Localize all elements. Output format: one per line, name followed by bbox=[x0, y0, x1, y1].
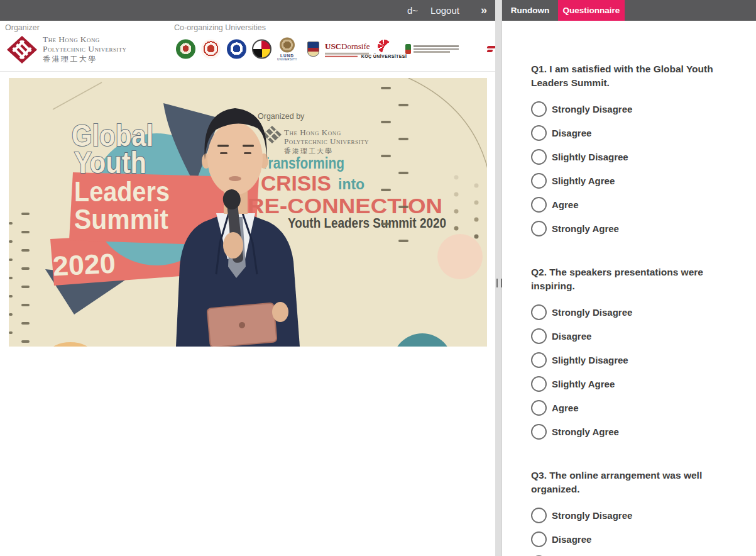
headline-summit: Summit bbox=[74, 204, 168, 235]
collapse-panel-icon[interactable]: » bbox=[481, 4, 487, 17]
maryland-round-seal-logo bbox=[252, 40, 271, 59]
red-round-seal-logo bbox=[201, 40, 221, 59]
radio-label: Strongly Agree bbox=[552, 223, 619, 234]
lund-wordmark: LUND bbox=[275, 53, 300, 58]
radio-option[interactable]: Disagree bbox=[531, 125, 728, 141]
radio-option[interactable]: Strongly Disagree bbox=[531, 508, 728, 523]
tablet-icon bbox=[207, 303, 277, 347]
polyu-name-line2: Polytechnic University bbox=[43, 44, 127, 53]
radio-label: Disagree bbox=[552, 331, 591, 342]
radio-circle[interactable] bbox=[531, 101, 547, 117]
koc-universitesi-logo: KOÇ ÜNİVERSİTESİ bbox=[357, 40, 411, 58]
koc-shell-icon bbox=[378, 40, 391, 53]
radio-circle[interactable] bbox=[531, 376, 547, 392]
question-title: Q2. The speakers presentations were insp… bbox=[531, 265, 720, 293]
video-org-line1: The Hong Kong bbox=[284, 128, 341, 137]
radio-option[interactable]: Slightly Agree bbox=[531, 173, 728, 189]
radio-label: Slightly Disagree bbox=[552, 152, 628, 162]
logo-strip: Organizer Co-organizing Universities The… bbox=[0, 21, 495, 72]
radio-label: Agree bbox=[552, 199, 579, 210]
question-block: Q2. The speakers presentations were insp… bbox=[531, 265, 728, 440]
headline-youth: Youth bbox=[74, 146, 146, 179]
radio-label: Slightly Agree bbox=[552, 175, 615, 186]
radio-label: Slightly Disagree bbox=[552, 355, 628, 365]
arabic-wordmark-logo bbox=[487, 45, 496, 53]
coorganizer-logo-row: LUND UNIVERSITY USCDornsife KOÇ ÜNİVERSİ… bbox=[174, 33, 495, 65]
video-player[interactable]: Global Youth Leaders Summit 2020 Organiz… bbox=[9, 78, 487, 347]
radio-label: Strongly Disagree bbox=[552, 307, 632, 318]
radio-option[interactable]: Strongly Agree bbox=[531, 221, 728, 236]
polyu-name-line1: The Hong Kong bbox=[43, 35, 127, 44]
tagline-crisis: CRISIS bbox=[261, 171, 331, 195]
radio-option[interactable]: Slightly Disagree bbox=[531, 352, 728, 368]
school-logo-textlines bbox=[414, 44, 459, 54]
radio-option[interactable]: Agree bbox=[531, 400, 728, 416]
question-title: Q1. I am satisfied with the Global Youth… bbox=[531, 62, 720, 90]
pane-splitter[interactable] bbox=[495, 0, 502, 556]
radio-circle[interactable] bbox=[531, 424, 547, 440]
radio-label: Slightly Agree bbox=[552, 379, 615, 389]
top-bar: d~ Logout » bbox=[0, 0, 495, 21]
polyu-logo-block: The Hong Kong Polytechnic University 香港理… bbox=[6, 35, 127, 65]
questionnaire-panel: Rundown Questionnaire Q1. I am satisfied… bbox=[502, 0, 756, 556]
question-list: Q1. I am satisfied with the Global Youth… bbox=[502, 62, 756, 556]
tagline-transforming: Transforming bbox=[261, 153, 344, 172]
radio-circle[interactable] bbox=[531, 531, 547, 547]
radio-option[interactable]: Disagree bbox=[531, 531, 728, 547]
radio-circle[interactable] bbox=[531, 125, 547, 141]
organizer-label: Organizer bbox=[5, 23, 40, 32]
tagline-footer: Youth Leaders Summit 2020 bbox=[288, 215, 446, 231]
tab-questionnaire[interactable]: Questionnaire bbox=[558, 0, 625, 21]
blue-round-seal-logo bbox=[227, 40, 246, 59]
radio-circle[interactable] bbox=[531, 173, 547, 189]
radio-circle[interactable] bbox=[531, 149, 547, 165]
radio-option[interactable]: Strongly Disagree bbox=[531, 101, 728, 117]
radio-option[interactable]: Disagree bbox=[531, 328, 728, 344]
polyu-name-cn: 香港理工大學 bbox=[43, 54, 127, 65]
tagline-into: into bbox=[338, 176, 364, 192]
lund-university-logo: LUND UNIVERSITY bbox=[275, 38, 300, 61]
radio-option[interactable]: Strongly Disagree bbox=[531, 304, 728, 320]
organized-by-label: Organized by bbox=[258, 112, 305, 121]
tab-bar: Rundown Questionnaire bbox=[502, 0, 756, 21]
school-of-social-work-logo bbox=[405, 44, 459, 54]
radio-circle[interactable] bbox=[531, 197, 547, 213]
school-logo-icon bbox=[405, 44, 411, 54]
radio-label: Strongly Disagree bbox=[552, 104, 632, 114]
tagline-reconnection: RE-CONNECTION bbox=[248, 194, 442, 218]
polyu-logo-icon bbox=[6, 35, 38, 64]
blue-crest-logo bbox=[307, 42, 319, 57]
radio-option[interactable]: Strongly Agree bbox=[531, 424, 728, 440]
radio-label: Strongly Disagree bbox=[552, 510, 632, 521]
radio-label: Agree bbox=[552, 403, 579, 413]
video-org-line2: Polytechnic University bbox=[284, 136, 369, 146]
radio-option[interactable]: Agree bbox=[531, 197, 728, 213]
headline-leaders: Leaders bbox=[74, 176, 170, 207]
radio-option[interactable]: Slightly Disagree bbox=[531, 149, 728, 165]
radio-label: Strongly Agree bbox=[552, 426, 619, 437]
coorganizers-label: Co-organizing Universities bbox=[174, 23, 266, 32]
lund-wordmark-sub: UNIVERSITY bbox=[275, 58, 300, 61]
radio-circle[interactable] bbox=[531, 221, 547, 236]
lund-seal-icon bbox=[280, 38, 295, 53]
radio-circle[interactable] bbox=[531, 508, 547, 523]
logout-button[interactable]: Logout bbox=[430, 5, 459, 16]
koc-wordmark: KOÇ ÜNİVERSİTESİ bbox=[357, 54, 411, 58]
radio-circle[interactable] bbox=[531, 400, 547, 416]
app-window: d~ Logout » Organizer Co-organizing Univ… bbox=[0, 0, 756, 556]
usc-wordmark: USC bbox=[325, 42, 341, 51]
radio-option[interactable]: Slightly Agree bbox=[531, 376, 728, 392]
usc-tagline-bar2 bbox=[325, 55, 358, 57]
splitter-handle-icon[interactable] bbox=[496, 279, 502, 287]
radio-label: Disagree bbox=[552, 128, 591, 138]
question-block: Q3. The online arrangement was well orga… bbox=[531, 469, 728, 556]
radio-circle[interactable] bbox=[531, 352, 547, 368]
tab-rundown[interactable]: Rundown bbox=[502, 0, 558, 21]
radio-label: Disagree bbox=[552, 534, 591, 545]
username-label: d~ bbox=[407, 5, 418, 16]
question-title: Q3. The online arrangement was well orga… bbox=[531, 469, 720, 496]
radio-circle[interactable] bbox=[531, 328, 547, 344]
question-block: Q1. I am satisfied with the Global Youth… bbox=[531, 62, 728, 236]
headline-year: 2020 bbox=[52, 247, 116, 281]
radio-circle[interactable] bbox=[531, 304, 547, 320]
